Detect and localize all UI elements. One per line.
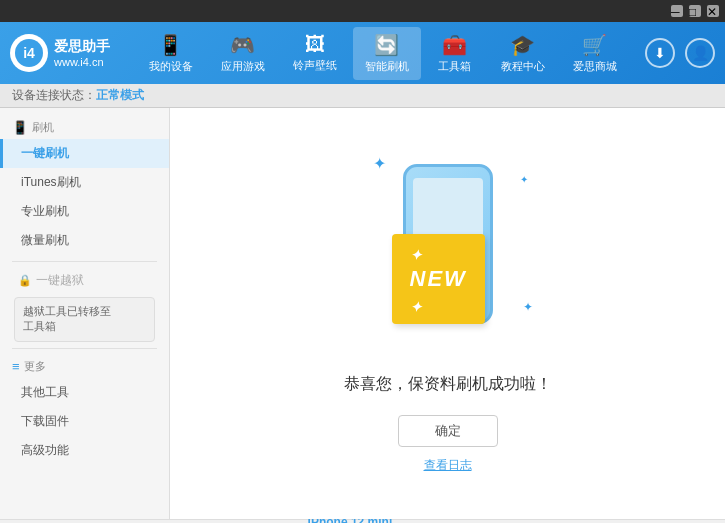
logo-area: i4 爱思助手 www.i4.cn [10,34,120,72]
tutorial-icon: 🎓 [510,33,535,57]
flash-section-icon: 📱 [12,120,28,135]
logo-circle: i4 [10,34,48,72]
sparkle-2: ✦ [520,174,528,185]
advanced-label: 高级功能 [21,443,69,457]
other-tools-label: 其他工具 [21,385,69,399]
nav-apps-games[interactable]: 🎮 应用游戏 [209,27,277,80]
maximize-button[interactable]: □ [689,5,701,17]
sidebar-item-micro-flash[interactable]: 微量刷机 [0,226,169,255]
sparkle-1: ✦ [373,154,386,173]
logo-text: 爱思助手 www.i4.cn [54,37,110,69]
sidebar-section-more: ≡ 更多 [0,355,169,378]
device-status-bar: 设备连接状态： 正常模式 [0,84,725,108]
shop-label: 爱思商城 [573,59,617,74]
sidebar-item-one-click-flash[interactable]: 一键刷机 [0,139,169,168]
toolbox-icon: 🧰 [442,33,467,57]
toolbox-label: 工具箱 [438,59,471,74]
nav-shop[interactable]: 🛒 爱思商城 [561,27,629,80]
minimize-button[interactable]: ─ [671,5,683,17]
wallpaper-icon: 🖼 [305,33,325,56]
header-right: ⬇ 👤 [645,38,715,68]
pro-flash-label: 专业刷机 [21,204,69,218]
sidebar-item-other-tools[interactable]: 其他工具 [0,378,169,407]
app-name: 爱思助手 [54,37,110,55]
illustration: ✦ ✦ ✦ NEW [358,154,538,354]
smart-flash-label: 智能刷机 [365,59,409,74]
confirm-button[interactable]: 确定 [398,415,498,447]
nav-wallpaper[interactable]: 🖼 铃声壁纸 [281,27,349,80]
apps-games-label: 应用游戏 [221,59,265,74]
nav-smart-flash[interactable]: 🔄 智能刷机 [353,27,421,80]
nav-my-device[interactable]: 📱 我的设备 [137,27,205,80]
app-url: www.i4.cn [54,55,110,69]
main-layout: 📱 刷机 一键刷机 iTunes刷机 专业刷机 微量刷机 🔒 一键越狱 越狱工具… [0,108,725,519]
sidebar-item-download-firmware[interactable]: 下载固件 [0,407,169,436]
lock-icon: 🔒 [18,274,32,287]
tutorial-label: 教程中心 [501,59,545,74]
jailbreak-note-text: 越狱工具已转移至工具箱 [23,305,111,332]
sidebar-section-jailbreak: 🔒 一键越狱 [0,268,169,293]
header: i4 爱思助手 www.i4.cn 📱 我的设备 🎮 应用游戏 🖼 铃声壁纸 🔄… [0,22,725,84]
smart-flash-icon: 🔄 [374,33,399,57]
logo-icon: i4 [15,39,43,67]
wallpaper-label: 铃声壁纸 [293,58,337,73]
titlebar: ─ □ ✕ [0,0,725,22]
sidebar: 📱 刷机 一键刷机 iTunes刷机 专业刷机 微量刷机 🔒 一键越狱 越狱工具… [0,108,170,519]
sidebar-item-itunes-flash[interactable]: iTunes刷机 [0,168,169,197]
user-button[interactable]: 👤 [685,38,715,68]
sidebar-item-pro-flash[interactable]: 专业刷机 [0,197,169,226]
success-message: 恭喜您，保资料刷机成功啦！ [344,374,552,395]
sidebar-section-flash: 📱 刷机 [0,116,169,139]
my-device-icon: 📱 [158,33,183,57]
download-firmware-label: 下载固件 [21,414,69,428]
nav-toolbox[interactable]: 🧰 工具箱 [425,27,485,80]
flash-section-label: 刷机 [32,120,54,135]
my-device-label: 我的设备 [149,59,193,74]
shop-icon: 🛒 [582,33,607,57]
download-button[interactable]: ⬇ [645,38,675,68]
micro-flash-label: 微量刷机 [21,233,69,247]
jailbreak-note: 越狱工具已转移至工具箱 [14,297,155,342]
jailbreak-label: 一键越狱 [36,272,84,289]
more-section-icon: ≡ [12,359,20,374]
one-click-flash-label: 一键刷机 [21,146,69,160]
device-status-label: 设备连接状态： [12,87,96,104]
more-section-label: 更多 [24,359,46,374]
back-today-link[interactable]: 查看日志 [424,457,472,474]
sidebar-divider-2 [12,348,157,349]
nav-tutorial[interactable]: 🎓 教程中心 [489,27,557,80]
statusbar: 阻止iTunes运行 自动断连 跳过向导 📱 iPhone 12 mini 64… [0,519,725,523]
sparkle-3: ✦ [523,300,533,314]
new-badge: NEW [392,234,485,324]
sidebar-divider-1 [12,261,157,262]
close-button[interactable]: ✕ [707,5,719,17]
content-area: ✦ ✦ ✦ NEW 恭喜您，保资料刷机成功啦！ 确定 查看日志 [170,108,725,519]
device-status-value: 正常模式 [96,87,144,104]
apps-games-icon: 🎮 [230,33,255,57]
itunes-flash-label: iTunes刷机 [21,175,81,189]
nav-items: 📱 我的设备 🎮 应用游戏 🖼 铃声壁纸 🔄 智能刷机 🧰 工具箱 🎓 教程中心… [120,27,645,80]
sidebar-item-advanced[interactable]: 高级功能 [0,436,169,465]
new-badge-text: NEW [410,266,467,291]
